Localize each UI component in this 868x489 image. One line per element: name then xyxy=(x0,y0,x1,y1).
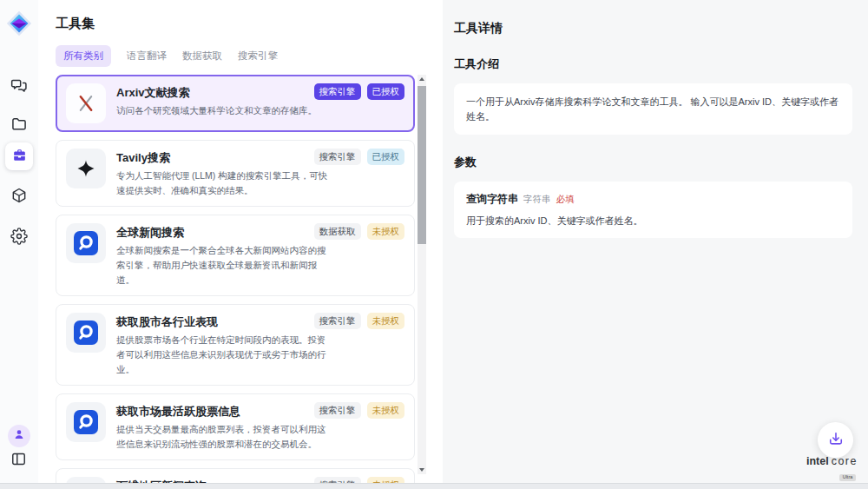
param-description: 用于搜索的Arxiv ID、关键字或作者姓名。 xyxy=(466,215,840,228)
detail-title: 工具详情 xyxy=(454,21,852,36)
tool-body: 全球新闻搜索 数据获取 未授权 全球新闻搜索是一个聚合全球各大新闻网站内容的搜索… xyxy=(116,223,404,287)
page-title: 工具集 xyxy=(56,16,443,32)
tab-2[interactable]: 数据获取 xyxy=(182,45,222,67)
tool-description: 专为人工智能代理 (LLM) 构建的搜索引擎工具，可快速提供实时、准确和真实的结… xyxy=(116,169,333,198)
tool-card[interactable]: 全球新闻搜索 数据获取 未授权 全球新闻搜索是一个聚合全球各大新闻网站内容的搜索… xyxy=(56,215,415,296)
tool-description: 提供股票市场各个行业在特定时间段内的表现。投资者可以利用这些信息来识别表现优于或… xyxy=(116,333,333,377)
tab-1[interactable]: 语言翻译 xyxy=(127,45,167,67)
tool-card[interactable]: 万维地区新闻查询 搜索引擎 未授权 查询具体行政区划内的新闻，快速了解各地新闻动… xyxy=(56,468,415,483)
auth-badge: 已授权 xyxy=(367,83,405,100)
app: 工具集 所有类别语言翻译数据获取搜索引擎 Arxiv文献搜索 搜索引擎 已授权 … xyxy=(0,0,868,483)
tool-badges: 搜索引擎 已授权 xyxy=(314,149,405,165)
download-button[interactable] xyxy=(818,422,853,458)
category-badge: 数据获取 xyxy=(314,223,361,240)
window-bottom-edge xyxy=(0,483,868,489)
app-logo-gem-icon xyxy=(6,10,32,36)
tool-head: 获取市场最活跃股票信息 搜索引擎 未授权 xyxy=(116,402,404,420)
param-head: 查询字符串 字符串 必填 xyxy=(466,192,840,207)
page-root: { "left_panel": { "title": "工具集" }, "tab… xyxy=(0,0,868,489)
tool-body: 获取股市各行业表现 搜索引擎 未授权 提供股票市场各个行业在特定时间段内的表现。… xyxy=(116,313,404,377)
category-badge: 搜索引擎 xyxy=(314,149,361,165)
category-badge: 搜索引擎 xyxy=(314,402,361,419)
juhe-blue-icon xyxy=(66,313,106,353)
tool-card[interactable]: 获取市场最活跃股票信息 搜索引擎 未授权 提供当天交易量最高的股票列表，投资者可… xyxy=(56,393,415,460)
auth-badge: 未授权 xyxy=(367,223,405,240)
person-icon xyxy=(13,428,25,444)
folder-icon[interactable] xyxy=(10,116,28,133)
scroll-down-arrow-icon[interactable] xyxy=(419,468,424,472)
cube-icon[interactable] xyxy=(10,187,28,204)
param-required-flag: 必填 xyxy=(556,194,575,206)
category-badge: 搜索引擎 xyxy=(314,313,361,329)
download-icon xyxy=(827,430,845,451)
param-type: 字符串 xyxy=(523,194,551,206)
tool-name: Arxiv文献搜索 xyxy=(116,83,190,101)
auth-badge: 未授权 xyxy=(367,402,405,419)
tool-body: 获取市场最活跃股票信息 搜索引擎 未授权 提供当天交易量最高的股票列表，投资者可… xyxy=(116,402,404,452)
tool-head: 万维地区新闻查询 搜索引擎 未授权 xyxy=(116,477,404,483)
intro-heading: 工具介绍 xyxy=(454,56,852,72)
chat-icon[interactable] xyxy=(10,76,28,94)
auth-badge: 未授权 xyxy=(367,477,405,483)
tool-head: 获取股市各行业表现 搜索引擎 未授权 xyxy=(116,313,404,330)
juhe-blue-icon xyxy=(66,223,106,263)
tool-card[interactable]: 获取股市各行业表现 搜索引擎 未授权 提供股票市场各个行业在特定时间段内的表现。… xyxy=(56,304,415,386)
tool-name: 获取股市各行业表现 xyxy=(116,313,218,330)
tool-body: Tavily搜索 搜索引擎 已授权 专为人工智能代理 (LLM) 构建的搜索引擎… xyxy=(116,149,404,198)
tool-badges: 数据获取 未授权 xyxy=(314,223,405,240)
scroll-up-arrow-icon[interactable] xyxy=(419,77,424,81)
param-name: 查询字符串 xyxy=(466,192,518,207)
tool-description: 全球新闻搜索是一个聚合全球各大新闻网站内容的搜索引擎，帮助用户快速获取全球最新资… xyxy=(116,243,333,287)
toolbox-icon-active[interactable] xyxy=(5,142,33,170)
auth-badge: 未授权 xyxy=(367,313,405,329)
tab-3[interactable]: 搜索引擎 xyxy=(238,45,278,67)
tool-description: 提供当天交易量最高的股票列表，投资者可以利用这些信息来识别流动性强的股票和潜在的… xyxy=(116,422,333,452)
juhe-blue-icon xyxy=(66,402,106,442)
tool-badges: 搜索引擎 未授权 xyxy=(314,313,405,329)
tavily-star-icon xyxy=(66,149,106,188)
tool-badges: 搜索引擎 未授权 xyxy=(314,477,405,483)
intro-text-box: 一个用于从Arxiv存储库搜索科学论文和文章的工具。 输入可以是Arxiv ID… xyxy=(454,83,852,135)
news-doc-icon xyxy=(66,477,106,483)
arxiv-x-icon xyxy=(66,83,106,123)
tool-cards: Arxiv文献搜索 搜索引擎 已授权 访问各个研究领域大量科学论文和文章的存储库… xyxy=(56,75,415,483)
tool-name: 全球新闻搜索 xyxy=(116,223,184,241)
param-box: 查询字符串 字符串 必填 用于搜索的Arxiv ID、关键字或作者姓名。 xyxy=(454,182,852,238)
tool-head: 全球新闻搜索 数据获取 未授权 xyxy=(116,223,404,241)
tool-name: 万维地区新闻查询 xyxy=(116,477,207,483)
tool-badges: 搜索引擎 已授权 xyxy=(314,83,405,100)
category-badge: 搜索引擎 xyxy=(314,477,361,483)
tool-name: Tavily搜索 xyxy=(116,149,170,166)
tool-head: Tavily搜索 搜索引擎 已授权 xyxy=(116,149,404,166)
list-scrollbar[interactable] xyxy=(418,75,426,474)
toolbox-icon xyxy=(11,147,28,167)
tool-card[interactable]: Arxiv文献搜索 搜索引擎 已授权 访问各个研究领域大量科学论文和文章的存储库… xyxy=(56,75,415,132)
tool-body: Arxiv文献搜索 搜索引擎 已授权 访问各个研究领域大量科学论文和文章的存储库… xyxy=(116,83,404,123)
tool-list-panel: 工具集 所有类别语言翻译数据获取搜索引擎 Arxiv文献搜索 搜索引擎 已授权 … xyxy=(38,0,443,483)
intel-wordmark: intel xyxy=(806,455,829,467)
auth-badge: 已授权 xyxy=(367,149,405,165)
avatar[interactable] xyxy=(8,425,30,447)
collapse-panel-icon[interactable] xyxy=(10,451,28,468)
tab-0[interactable]: 所有类别 xyxy=(56,45,111,67)
params-heading: 参数 xyxy=(454,155,852,170)
tool-card[interactable]: Tavily搜索 搜索引擎 已授权 专为人工智能代理 (LLM) 构建的搜索引擎… xyxy=(56,140,415,207)
scrollbar-thumb[interactable] xyxy=(418,86,426,244)
gear-icon[interactable] xyxy=(10,228,28,245)
tool-head: Arxiv文献搜索 搜索引擎 已授权 xyxy=(116,83,404,101)
ultra-badge: Ultra xyxy=(839,474,857,482)
core-wordmark: core xyxy=(832,455,858,467)
tool-name: 获取市场最活跃股票信息 xyxy=(116,402,240,420)
tool-description: 访问各个研究领域大量科学论文和文章的存储库。 xyxy=(116,103,333,118)
sidebar xyxy=(0,0,38,483)
tool-detail-panel: 工具详情 工具介绍 一个用于从Arxiv存储库搜索科学论文和文章的工具。 输入可… xyxy=(443,0,868,483)
category-tabs: 所有类别语言翻译数据获取搜索引擎 xyxy=(56,45,443,67)
tool-badges: 搜索引擎 未授权 xyxy=(314,402,405,419)
tool-body: 万维地区新闻查询 搜索引擎 未授权 查询具体行政区划内的新闻，快速了解各地新闻动… xyxy=(116,477,404,483)
intel-core-logo: intelcore Ultra xyxy=(806,453,858,481)
category-badge: 搜索引擎 xyxy=(314,83,361,100)
